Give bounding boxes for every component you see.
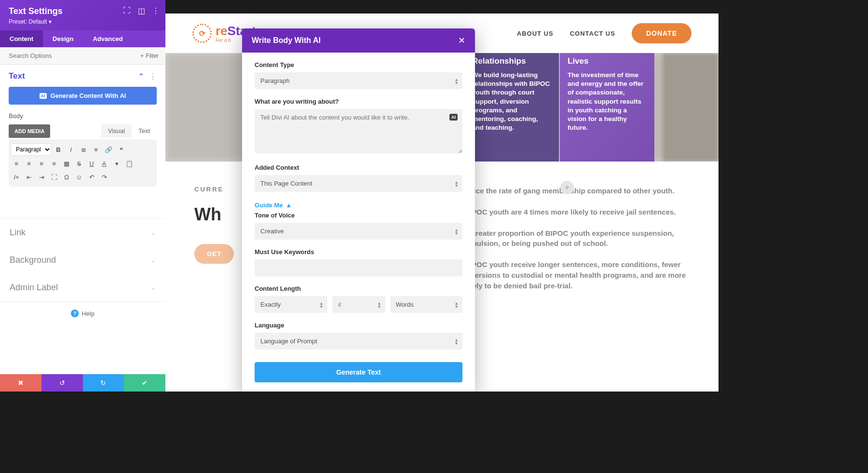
text-color-icon[interactable]: A <box>98 158 110 169</box>
redo-icon[interactable]: ↷ <box>98 171 110 183</box>
body-label: Body <box>9 112 157 120</box>
context-select[interactable]: This Page Content <box>255 175 462 192</box>
accordion-link[interactable]: Link ⌄ <box>0 219 165 246</box>
undo-icon[interactable]: ↶ <box>86 171 97 183</box>
align-right-icon[interactable]: ≡ <box>36 158 47 169</box>
italic-icon[interactable]: I <box>65 144 77 155</box>
chevron-down-icon: ⌄ <box>151 284 156 291</box>
tab-design[interactable]: Design <box>43 30 83 47</box>
editor-tab-text[interactable]: Text <box>132 124 157 137</box>
quote-icon[interactable]: ❝ <box>115 144 127 155</box>
get-button[interactable]: GET <box>194 244 234 264</box>
redo-button[interactable]: ↻ <box>83 374 124 392</box>
modal-header: Write Body With AI ✕ <box>242 28 475 53</box>
triangle-up-icon: ▲ <box>286 202 292 209</box>
ul-icon[interactable]: ≣ <box>78 144 89 155</box>
indent-icon[interactable]: ⇥ <box>36 171 47 183</box>
cancel-button[interactable]: ✖ <box>0 374 41 392</box>
content-type-label: Content Type <box>255 61 462 68</box>
align-justify-icon[interactable]: ≡ <box>48 158 60 169</box>
ai-modal: Write Body With AI ✕ Content Type Paragr… <box>242 28 475 392</box>
length-mode-select[interactable]: Exactly <box>255 296 327 313</box>
table-icon[interactable]: ▦ <box>61 158 72 169</box>
tab-advanced[interactable]: Advanced <box>83 30 132 47</box>
length-unit-select[interactable]: Words <box>390 296 463 313</box>
section-title: Text <box>9 71 25 81</box>
about-label: What are you writing about? <box>255 98 462 105</box>
guide-me-toggle[interactable]: Guide Me ▲ <box>255 202 292 209</box>
tone-select[interactable]: Creative <box>255 223 462 240</box>
color-caret-icon[interactable]: ▾ <box>111 158 122 169</box>
language-select[interactable]: Language of Prompt <box>255 333 462 350</box>
align-center-icon[interactable]: ≡ <box>23 158 35 169</box>
search-input[interactable] <box>0 47 134 64</box>
logo-icon: ⟳ <box>192 24 212 43</box>
ai-suggest-icon[interactable]: AI <box>449 114 458 121</box>
omega-icon[interactable]: Ω <box>61 171 72 183</box>
more-icon[interactable]: ⋮ <box>152 7 160 14</box>
keywords-label: Must Use Keywords <box>255 248 462 256</box>
language-label: Language <box>255 322 462 329</box>
stat-item: BIPOC youth receive longer sentences, mo… <box>445 259 690 291</box>
search-bar: + Filter <box>0 47 165 65</box>
editor-toolbar: Paragraph B I ≣ ≡ 🔗 ❝ ≡ ≡ ≡ ≡ ▦ S̶ U A <box>9 139 157 187</box>
collapse-icon[interactable]: ⌃ <box>138 72 144 81</box>
chevron-down-icon: ⌄ <box>151 230 156 236</box>
keywords-input[interactable] <box>255 259 462 276</box>
length-number-input[interactable] <box>332 296 385 313</box>
link-icon[interactable]: 🔗 <box>103 144 114 155</box>
save-button[interactable]: ✔ <box>124 374 165 392</box>
editor-tab-visual[interactable]: Visual <box>101 124 132 137</box>
modal-title: Write Body With AI <box>252 36 321 45</box>
accordion-background[interactable]: Background ⌄ <box>0 246 165 274</box>
sidebar-header: Text Settings Preset: Default ▾ ⛶ ◫ ⋮ <box>0 0 165 30</box>
text-section: Text ⌃ ⋮ AI Generate Content With AI Bod… <box>0 65 165 219</box>
nav-contact[interactable]: CONTACT US <box>570 30 615 37</box>
ol-icon[interactable]: ≡ <box>90 144 102 155</box>
content-type-select[interactable]: Paragraph <box>255 72 462 89</box>
accordion-admin-label[interactable]: Admin Label ⌄ <box>0 274 165 301</box>
context-label: Added Context <box>255 164 462 171</box>
underline-icon[interactable]: U <box>86 158 97 169</box>
add-module-button[interactable]: + <box>560 181 574 194</box>
paste-icon[interactable]: 📋 <box>123 158 135 169</box>
ai-badge-icon: AI <box>40 93 47 99</box>
panel-icon[interactable]: ◫ <box>137 7 145 14</box>
editor-content[interactable] <box>9 187 157 216</box>
feature-card-lives: Lives The investment of time and energy … <box>560 53 654 162</box>
help-icon: ? <box>71 310 79 317</box>
outdent-icon[interactable]: ⇤ <box>23 171 35 183</box>
preset-selector[interactable]: Preset: Default ▾ <box>9 18 52 25</box>
sidebar-footer: ✖ ↺ ↻ ✔ <box>0 374 165 392</box>
help-link[interactable]: ? Help <box>0 302 165 325</box>
plus-icon: + <box>140 53 144 59</box>
section-more-icon[interactable]: ⋮ <box>149 72 157 81</box>
align-left-icon[interactable]: ≡ <box>11 158 22 169</box>
chevron-down-icon: ⌄ <box>151 257 156 264</box>
focus-icon[interactable]: ⛶ <box>123 7 131 14</box>
sidebar-tabs: Content Design Advanced <box>0 30 165 47</box>
emoji-icon[interactable]: ☺ <box>73 171 85 183</box>
settings-sidebar: Text Settings Preset: Default ▾ ⛶ ◫ ⋮ Co… <box>0 0 165 392</box>
add-media-button[interactable]: ADD MEDIA <box>9 124 50 138</box>
tone-label: Tone of Voice <box>255 212 462 219</box>
undo-button[interactable]: ↺ <box>41 374 83 392</box>
nav-about[interactable]: ABOUT US <box>517 30 554 37</box>
fullscreen-icon[interactable]: ⛶ <box>48 171 60 183</box>
length-label: Content Length <box>255 285 462 292</box>
strike-icon[interactable]: S̶ <box>73 158 85 169</box>
format-select[interactable]: Paragraph <box>11 143 52 156</box>
stat-item: BIPOC youth are 4 times more likely to r… <box>445 207 690 217</box>
bold-icon[interactable]: B <box>53 144 64 155</box>
tab-content[interactable]: Content <box>0 30 43 47</box>
admin-topbar <box>165 0 719 14</box>
generate-text-button[interactable]: Generate Text <box>255 362 462 382</box>
filter-button[interactable]: + Filter <box>134 53 165 59</box>
about-textarea[interactable] <box>255 109 462 153</box>
clear-format-icon[interactable]: I× <box>11 171 22 183</box>
close-icon[interactable]: ✕ <box>458 35 465 46</box>
caret-down-icon: ▾ <box>49 18 52 25</box>
stat-item: A greater proportion of BIPOC youth expe… <box>445 228 690 249</box>
donate-button[interactable]: DONATE <box>632 23 692 43</box>
generate-content-button[interactable]: AI Generate Content With AI <box>9 87 157 105</box>
